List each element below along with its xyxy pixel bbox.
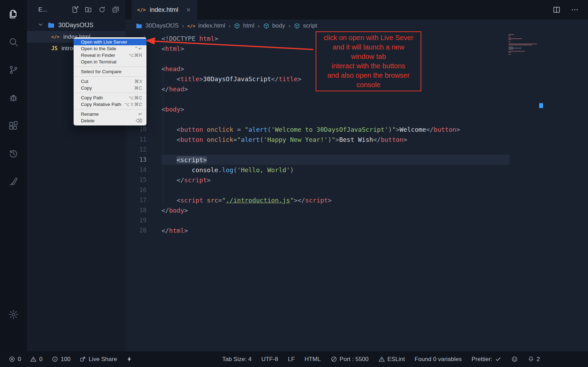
code-line-18[interactable]: 18</body> [126, 205, 588, 215]
explorer-header: E... [27, 0, 126, 20]
errors[interactable]: 0 [9, 356, 21, 363]
menu-item-label: Delete [81, 118, 95, 123]
activity-bar-bottom [0, 300, 27, 328]
pen-icon[interactable] [0, 167, 27, 195]
tab-size[interactable]: Tab Size: 4 [222, 356, 251, 363]
code-line-10[interactable]: 10 <button onclick = "alert('Welcome to … [126, 124, 588, 135]
activity-bar [0, 0, 27, 351]
split-editor-icon[interactable] [552, 6, 561, 14]
menu-item-label: Cut [81, 79, 88, 84]
extensions-icon[interactable] [0, 112, 27, 139]
run-debug-icon[interactable] [0, 84, 27, 112]
menu-item-copy-path[interactable]: Copy Path⌥⌘C [74, 94, 146, 101]
refresh-explorer-icon[interactable] [98, 6, 106, 14]
code-line-19[interactable]: 19 [126, 215, 588, 225]
line-content: <script src="./introduction.js"></script… [161, 195, 332, 205]
source-control-icon[interactable] [0, 56, 27, 84]
explorer-actions [71, 6, 120, 14]
new-file-icon[interactable] [71, 6, 79, 14]
menu-item-label: Copy [81, 85, 92, 91]
minimap-line [508, 39, 511, 40]
minimap-line [508, 41, 511, 42]
history-icon[interactable] [0, 139, 27, 167]
context-menu: Open with Live ServerOpen to the Side⌃↵R… [74, 37, 146, 125]
menu-item-open-in-terminal[interactable]: Open in Terminal [74, 59, 146, 65]
code-line-12[interactable]: 12 [126, 145, 588, 155]
warning-icon [378, 356, 385, 362]
status-text: UTF-8 [261, 356, 278, 363]
code-line-8[interactable]: 8<body> [126, 104, 588, 114]
code-line-9[interactable]: 9 [126, 114, 588, 124]
code-line-17[interactable]: 17 <script src="./introduction.js"></scr… [126, 195, 588, 205]
code-line-20[interactable]: 20</html> [126, 225, 588, 236]
minimap-line [508, 49, 513, 49]
live-share-icon [80, 356, 86, 362]
collapse-folders-icon[interactable] [112, 6, 120, 14]
notifications[interactable]: 2 [528, 356, 540, 363]
menu-item-rename[interactable]: Rename↵ [74, 111, 146, 117]
live-server-lightning[interactable] [126, 356, 133, 362]
eslint[interactable]: ESLint [378, 356, 405, 363]
menu-item-cut[interactable]: Cut⌘X [74, 78, 146, 85]
breadcrumb-separator: › [288, 22, 290, 30]
editor-actions [552, 0, 588, 20]
code-line-13[interactable]: 13 <script> [126, 155, 588, 165]
line-content: </script> [161, 175, 211, 185]
folder-30daysofjs[interactable]: 30DaysOfJS [27, 20, 126, 31]
eol[interactable]: LF [288, 356, 295, 363]
menu-item-reveal-in-finder[interactable]: Reveal in Finder⌥⌘R [74, 52, 146, 59]
annotation-line: console [318, 80, 419, 90]
warnings[interactable]: 0 [30, 356, 42, 363]
menu-item-open-with-live-server[interactable]: Open with Live Server [74, 39, 146, 45]
menu-item-open-to-the-side[interactable]: Open to the Side⌃↵ [74, 45, 146, 52]
info-count[interactable]: 100 [52, 356, 70, 363]
found-variables[interactable]: Found 0 variables [415, 356, 462, 363]
menu-separator [74, 76, 146, 77]
minimap-line [508, 38, 522, 39]
minimap-line [508, 44, 537, 44]
breadcrumb-label: script [303, 22, 317, 29]
settings-icon[interactable] [0, 300, 27, 328]
prettier[interactable]: Prettier: [472, 356, 502, 363]
new-folder-icon[interactable] [84, 6, 93, 14]
feedback-smiley[interactable] [511, 356, 518, 362]
menu-item-copy[interactable]: Copy⌘C [74, 85, 146, 91]
encoding[interactable]: UTF-8 [261, 356, 278, 363]
live-server-port[interactable]: Port : 5500 [331, 356, 369, 363]
language-mode[interactable]: HTML [304, 356, 321, 363]
menu-item-label: Reveal in Finder [81, 53, 115, 58]
code-line-16[interactable]: 16 [126, 185, 588, 195]
menu-item-delete[interactable]: Delete⌫ [74, 117, 146, 124]
menu-separator [74, 93, 146, 93]
breadcrumb-item-html[interactable]: html [234, 22, 254, 29]
live-share[interactable]: Live Share [80, 356, 117, 363]
code-line-14[interactable]: 14 console.log('Hello, World') [126, 165, 588, 175]
line-number: 17 [126, 195, 146, 205]
line-content: <head> [161, 64, 184, 74]
menu-item-shortcut: ⌘X [134, 79, 143, 84]
explorer-icon[interactable] [0, 0, 27, 28]
check-icon [495, 356, 502, 362]
line-number: 15 [126, 175, 146, 185]
status-text: Prettier: [472, 356, 492, 363]
search-icon[interactable] [0, 28, 27, 56]
code-line-11[interactable]: 11 <button onclick="alert('Happy New Yea… [126, 135, 588, 145]
code-line-7[interactable]: 7 [126, 94, 588, 104]
annotation-line: and it will launch a new [318, 43, 419, 52]
annotation-line: click on open with Live Sever [318, 33, 419, 43]
line-content: <button onclick="alert('Happy New Year!'… [161, 135, 407, 145]
breadcrumb-item-index-html[interactable]: </>index.html [187, 22, 225, 29]
breadcrumb-item-script[interactable]: script [294, 22, 317, 29]
menu-item-select-for-compare[interactable]: Select for Compare [74, 68, 146, 75]
status-bar-right: Tab Size: 4UTF-8LFHTMLPort : 5500ESLintF… [222, 356, 540, 363]
breadcrumb-item-30daysofjs[interactable]: 30DaysOfJS [135, 22, 179, 30]
tab-index-html[interactable]: </> index.html [131, 0, 197, 20]
code-line-15[interactable]: 15 </script> [126, 175, 588, 185]
minimap[interactable] [508, 34, 538, 55]
more-actions-icon[interactable] [571, 6, 579, 14]
line-number: 12 [126, 145, 146, 155]
breadcrumb-separator: › [228, 22, 231, 30]
breadcrumb-item-body[interactable]: body [263, 22, 285, 29]
menu-item-copy-relative-path[interactable]: Copy Relative Path⌥⇧⌘C [74, 101, 146, 108]
tab-close-icon[interactable] [186, 7, 191, 13]
